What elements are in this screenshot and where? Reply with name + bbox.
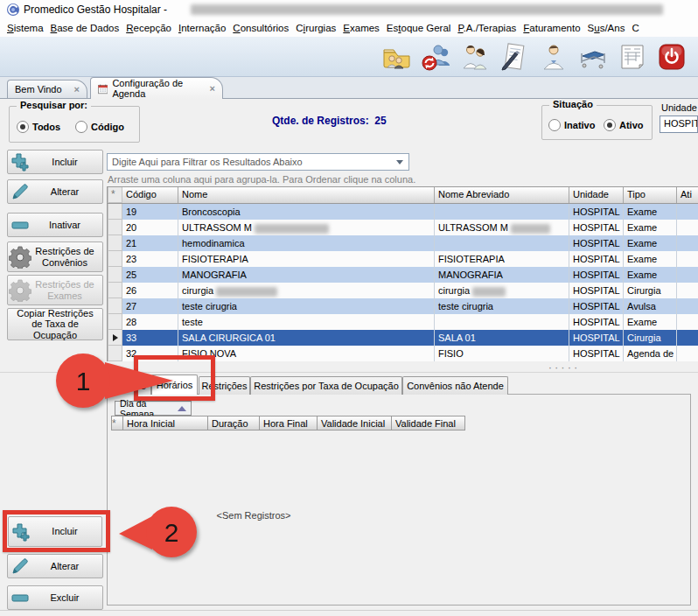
cell-unidade: HOSPITAL (569, 267, 624, 283)
copiar-restricoes-button[interactable]: Copiar Restrições de Taxa de Ocupação (7, 308, 103, 340)
cell-tipo: Exame (624, 251, 677, 267)
close-icon[interactable]: × (210, 83, 215, 94)
menu-item-sistema[interactable]: Sistema (3, 23, 47, 33)
horarios-header-row: * Hora Inicial Duração Hora Final Valida… (111, 416, 465, 430)
splitter-handle[interactable]: ····· (534, 364, 595, 371)
menu-item-faturamento[interactable]: Faturamento (520, 23, 583, 33)
results-grid: * Código Nome Nome Abreviado Unidade Tip… (107, 186, 698, 361)
annotation-step-2: 2 (107, 506, 205, 560)
row-selector[interactable] (108, 251, 122, 267)
unidade-label: Unidade (661, 102, 697, 113)
row-selector[interactable] (108, 267, 122, 283)
menu-item-exames[interactable]: Exames (339, 23, 383, 33)
restricoes-convenios-button[interactable]: Restrições de Convênios (7, 242, 103, 272)
patients-folder-icon[interactable] (380, 41, 412, 73)
results-grid-body: 19BroncoscopiaHOSPITALExame20ULTRASSOM M… (108, 204, 698, 361)
cell-unidade: HOSPITAL (569, 346, 624, 361)
cell-tipo: Agenda de S (624, 346, 677, 361)
bottom-tab-5[interactable]: Convênios não Atende (402, 376, 508, 395)
table-row[interactable]: 33SALA CIRURGICA 01SALA 01HOSPITALCirurg… (108, 330, 698, 346)
tab-configuracao-agenda[interactable]: Configuração de Agenda × (90, 77, 223, 99)
menu-item-sus-ans[interactable]: Sus/Ans (584, 23, 629, 33)
table-row[interactable]: 20ULTRASSOM MULTRASSOM MHOSPITALExame (108, 220, 698, 235)
doctor-icon[interactable] (538, 41, 569, 73)
column-header-ativo[interactable]: Ati (677, 187, 698, 203)
menu-item-internacao[interactable]: Internação (175, 23, 229, 33)
redacted-text (472, 287, 506, 297)
calendar-icon (98, 83, 108, 94)
table-row[interactable]: 26cirurgiacirurgiaHOSPITALCirurgia (108, 283, 698, 298)
column-header-nome-abreviado[interactable]: Nome Abreviado (435, 187, 569, 203)
table-row[interactable]: 27teste cirugriateste cirugriaHOSPITALAv… (108, 298, 698, 314)
column-header-validade-final[interactable]: Validade Final (392, 416, 465, 430)
pencil-icon (8, 556, 32, 576)
column-header-codigo[interactable]: Código (122, 187, 178, 203)
row-selector[interactable] (108, 298, 122, 314)
table-row[interactable]: 25MANOGRAFIAMANOGRAFIAHOSPITALExame (108, 267, 698, 283)
radio-todos[interactable]: Todos (17, 121, 60, 133)
cell-codigo: 26 (122, 283, 178, 298)
incluir-button[interactable]: Incluir (7, 150, 103, 174)
prescription-icon[interactable] (499, 41, 530, 73)
column-header-tipo[interactable]: Tipo (624, 187, 677, 203)
menu-item-base-de-dados[interactable]: Base de Dados (47, 23, 123, 33)
excluir-horario-button[interactable]: Excluir (7, 585, 103, 610)
menu-item-pa-terapias[interactable]: P.A./Terapias (454, 23, 520, 33)
users-sync-icon[interactable] (420, 41, 451, 73)
column-header-hora-final[interactable]: Hora Final (260, 416, 318, 430)
record-count-value: 25 (374, 115, 386, 127)
record-count: Qtde. de Registros: 25 (272, 115, 387, 127)
row-selector[interactable] (108, 283, 122, 298)
row-selector[interactable] (108, 235, 122, 251)
row-selector[interactable] (108, 220, 122, 235)
menu-item-config-trunc[interactable]: C (628, 23, 642, 33)
radio-ativo[interactable]: Ativo (604, 119, 644, 131)
bottom-tab-4[interactable]: Restrições por Taxa de Ocupação (250, 376, 402, 395)
cell-nome-abreviado: MANOGRAFIA (435, 267, 569, 283)
alterar-button[interactable]: Alterar (7, 179, 103, 204)
cell-nome-abreviado: ULTRASSOM M (435, 220, 569, 235)
cell-unidade: HOSPITAL (569, 314, 624, 330)
column-header-hora-inicial[interactable]: Hora Inicial (123, 416, 208, 430)
cell-nome-abreviado: FISIO (435, 346, 569, 361)
radio-codigo[interactable]: Código (75, 121, 124, 133)
column-header-nome[interactable]: Nome (178, 187, 435, 203)
tab-bem-vindo[interactable]: Bem Vindo × (7, 80, 87, 98)
cell-nome: hemodinamica (178, 235, 435, 251)
row-selector[interactable] (108, 204, 122, 220)
filter-combobox[interactable]: Digite Aqui para Filtrar os Resultados A… (107, 153, 409, 171)
row-selector[interactable] (108, 330, 122, 346)
table-row[interactable]: 19BroncoscopiaHOSPITALExame (108, 204, 698, 220)
table-row[interactable]: 28testeHOSPITALExame (108, 314, 698, 330)
alterar-horario-button[interactable]: Alterar (7, 554, 103, 578)
restricoes-exames-button[interactable]: Restrições de Exames (7, 275, 103, 305)
menu-item-recepcao[interactable]: Recepção (122, 23, 175, 33)
column-header-unidade[interactable]: Unidade (569, 187, 624, 203)
close-icon[interactable]: × (74, 84, 80, 94)
power-icon[interactable] (656, 41, 688, 73)
cell-nome: FISIOTERAPIA (178, 251, 435, 267)
menu-item-cirurgias[interactable]: Cirurgias (292, 23, 339, 33)
medical-team-icon[interactable] (459, 41, 491, 73)
cell-codigo: 23 (122, 251, 178, 267)
cell-unidade: HOSPITAL (569, 283, 624, 298)
menu-item-estoque-geral[interactable]: Estoque Geral (383, 23, 455, 33)
invoice-icon[interactable] (617, 41, 648, 73)
cell-nome-abreviado: FISIOTERAPIA (435, 251, 569, 267)
column-header-duracao[interactable]: Duração (208, 416, 260, 430)
radio-inativo[interactable]: Inativo (548, 119, 595, 131)
menu-item-consultorios[interactable]: Consultórios (229, 23, 292, 33)
table-row[interactable]: 21hemodinamicaHOSPITALExame (108, 235, 698, 251)
column-header-validade-inicial[interactable]: Validade Inicial (318, 416, 392, 430)
hospital-bed-icon[interactable] (577, 41, 609, 73)
unidade-field[interactable]: HOSPITAL (660, 116, 698, 133)
radio-icon (604, 119, 616, 131)
cell-unidade: HOSPITAL (569, 235, 624, 251)
cell-nome-abreviado (435, 314, 569, 330)
table-row[interactable]: 23FISIOTERAPIAFISIOTERAPIAHOSPITALExame (108, 251, 698, 267)
inativar-button[interactable]: Inativar (7, 213, 103, 237)
cell-codigo: 28 (122, 314, 178, 330)
annotation-step-1: 1 (44, 352, 175, 413)
row-selector[interactable] (108, 314, 122, 330)
selector-column-header: * (108, 187, 122, 203)
